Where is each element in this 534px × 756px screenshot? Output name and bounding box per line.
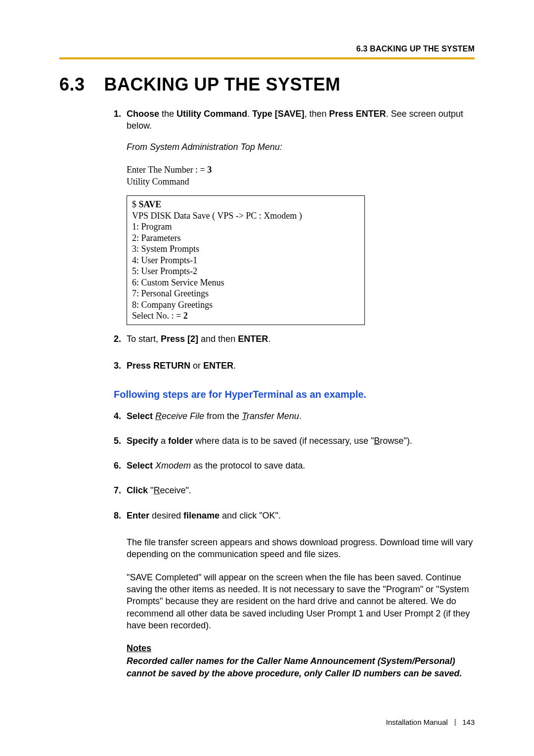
spacer bbox=[114, 353, 475, 360]
terminal-line: 7: Personal Greetings bbox=[132, 288, 359, 299]
paragraph-download-info: The file transfer screen appears and sho… bbox=[127, 536, 475, 561]
terminal-line: 1: Program bbox=[132, 221, 359, 233]
text: R bbox=[155, 411, 162, 421]
text: Transfer Menu bbox=[242, 411, 299, 421]
text: from the bbox=[204, 411, 242, 421]
text: Select bbox=[127, 461, 153, 471]
text: desired bbox=[149, 511, 183, 520]
terminal-line: Enter The Number : = 3 bbox=[127, 164, 475, 176]
notes-heading: Notes bbox=[127, 642, 475, 654]
notes-body: Recorded caller names for the Caller Nam… bbox=[127, 655, 475, 679]
step-4: 4. Select Receive File from the Transfer… bbox=[114, 410, 475, 422]
step-8-num: 8. bbox=[114, 510, 127, 521]
from-menu-line: From System Administration Top Menu: bbox=[127, 141, 475, 153]
step-2: 2. To start, Press [2] and then ENTER. bbox=[114, 333, 475, 345]
text: Press ENTER bbox=[329, 109, 386, 119]
terminal-line: VPS DISK Data Save ( VPS -> PC : Xmodem … bbox=[132, 210, 359, 222]
terminal-line: 3: System Prompts bbox=[132, 243, 359, 255]
hyperterminal-heading: Following steps are for HyperTerminal as… bbox=[114, 388, 475, 401]
text: . bbox=[299, 411, 302, 421]
footer-separator bbox=[455, 719, 455, 726]
terminal-line: $ SAVE bbox=[132, 199, 359, 210]
text: SAVE bbox=[139, 199, 162, 209]
footer-manual: Installation Manual bbox=[386, 718, 448, 726]
terminal-lines: Enter The Number : = 3 Utility Command bbox=[127, 164, 475, 188]
terminal-line: Select No. : = 2 bbox=[132, 310, 359, 322]
terminal-line: 8: Company Greetings bbox=[132, 299, 359, 311]
text: B bbox=[374, 436, 380, 446]
terminal-line: 6: Custom Service Menus bbox=[132, 277, 359, 288]
step-3: 3. Press RETURN or ENTER. bbox=[114, 360, 475, 372]
text: , then bbox=[304, 109, 329, 119]
step-1-body: Choose the Utility Command. Type [SAVE],… bbox=[127, 108, 475, 132]
footer-page-number: 143 bbox=[462, 718, 475, 726]
text: 2 bbox=[183, 311, 188, 321]
text: Click bbox=[127, 485, 148, 495]
terminal-box: $ SAVE VPS DISK Data Save ( VPS -> PC : … bbox=[127, 195, 365, 325]
spacer bbox=[114, 430, 475, 435]
step-6-body: Select Xmodem as the protocol to save da… bbox=[127, 460, 475, 472]
terminal-line: Utility Command bbox=[127, 176, 475, 188]
step-6-num: 6. bbox=[114, 460, 127, 472]
content: 1. Choose the Utility Command. Type [SAV… bbox=[114, 108, 475, 679]
text: " bbox=[148, 485, 153, 495]
text: where data is to be saved (if necessary,… bbox=[193, 436, 374, 446]
text: or bbox=[190, 361, 203, 371]
step-4-num: 4. bbox=[114, 410, 127, 422]
text: eceive". bbox=[160, 485, 191, 495]
text: a bbox=[158, 436, 168, 446]
text: Enter bbox=[127, 511, 149, 520]
text: and then bbox=[198, 334, 238, 344]
step-7-body: Click "Receive". bbox=[127, 484, 475, 496]
step-3-body: Press RETURN or ENTER. bbox=[127, 360, 475, 372]
text: Enter The Number : = bbox=[127, 165, 207, 175]
text: as the protocol to save data. bbox=[191, 461, 305, 471]
page: 6.3 BACKING UP THE SYSTEM 6.3 BACKING UP… bbox=[0, 0, 534, 756]
step-5-num: 5. bbox=[114, 435, 127, 447]
step-7: 7. Click "Receive". bbox=[114, 484, 475, 496]
spacer bbox=[114, 505, 475, 510]
terminal-line: 5: User Prompts-2 bbox=[132, 266, 359, 277]
text: 3 bbox=[207, 165, 212, 175]
text: ENTER bbox=[238, 334, 268, 344]
text: folder bbox=[168, 436, 193, 446]
text: . bbox=[247, 109, 252, 119]
text: . bbox=[268, 334, 270, 344]
running-head: 6.3 BACKING UP THE SYSTEM bbox=[59, 45, 475, 53]
header-rule bbox=[59, 57, 475, 59]
spacer bbox=[114, 479, 475, 484]
text: Press [2] bbox=[161, 334, 198, 344]
text: Choose bbox=[127, 109, 159, 119]
text: Utility Command bbox=[177, 109, 247, 119]
text: ENTER bbox=[203, 361, 233, 371]
step-7-num: 7. bbox=[114, 484, 127, 496]
text: To start, bbox=[127, 334, 161, 344]
step-1-num: 1. bbox=[114, 108, 127, 132]
text: filename bbox=[183, 511, 220, 520]
step-4-body: Select Receive File from the Transfer Me… bbox=[127, 410, 475, 422]
step-2-num: 2. bbox=[114, 333, 127, 345]
section-title: 6.3 BACKING UP THE SYSTEM bbox=[59, 74, 475, 95]
step-8: 8. Enter desired filename and click "OK"… bbox=[114, 510, 475, 521]
text: . bbox=[233, 361, 236, 371]
text: and click "OK". bbox=[220, 511, 281, 520]
spacer bbox=[114, 455, 475, 460]
text: $ bbox=[132, 199, 139, 209]
step-1: 1. Choose the Utility Command. Type [SAV… bbox=[114, 108, 475, 132]
text: ransfer Menu bbox=[247, 411, 299, 421]
text: rowse"). bbox=[380, 436, 412, 446]
text: R bbox=[153, 485, 160, 495]
text: eceive File bbox=[162, 411, 204, 421]
step-5-body: Specify a folder where data is to be sav… bbox=[127, 435, 475, 447]
step-2-body: To start, Press [2] and then ENTER. bbox=[127, 333, 475, 345]
terminal-line: 4: User Prompts-1 bbox=[132, 255, 359, 266]
text: Type [SAVE] bbox=[252, 109, 304, 119]
text: Specify bbox=[127, 436, 158, 446]
text: Receive File bbox=[155, 411, 204, 421]
step-5: 5. Specify a folder where data is to be … bbox=[114, 435, 475, 447]
footer: Installation Manual 143 bbox=[386, 718, 475, 726]
text: the bbox=[159, 109, 177, 119]
text: T bbox=[242, 411, 247, 421]
section-title-text: BACKING UP THE SYSTEM bbox=[104, 74, 341, 94]
paragraph-save-completed: "SAVE Completed" will appear on the scre… bbox=[127, 571, 475, 631]
